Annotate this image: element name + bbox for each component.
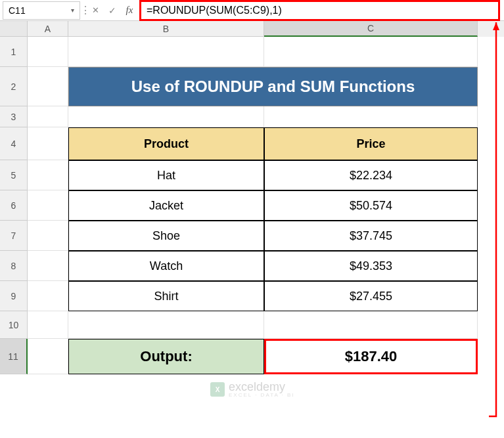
cell-text: $50.574 — [350, 199, 392, 213]
header-price[interactable]: Price — [264, 127, 478, 160]
formula-input[interactable] — [147, 5, 493, 16]
name-box-value: C11 — [9, 5, 26, 16]
table-row: Output: $187.40 — [28, 339, 504, 374]
row-header-5[interactable]: 5 — [0, 160, 28, 190]
col-header-C[interactable]: C — [264, 21, 478, 37]
cell-text: Shoe — [152, 229, 180, 243]
row-header-3[interactable]: 3 — [0, 106, 28, 127]
cell-C3[interactable] — [264, 106, 478, 127]
cells-area: Use of ROUNDUP and SUM Functions Product… — [28, 37, 504, 374]
row-header-6[interactable]: 6 — [0, 190, 28, 221]
table-row — [28, 37, 504, 67]
table-row: Shirt $27.455 — [28, 281, 504, 311]
output-highlight: $187.40 — [264, 339, 478, 374]
cell-price[interactable]: $27.455 — [264, 281, 478, 311]
row-headers: 1 2 3 4 5 6 7 8 9 10 11 — [0, 37, 28, 374]
table-row — [28, 106, 504, 127]
cell-text: Hat — [157, 169, 175, 183]
cell-product[interactable]: Shirt — [68, 281, 264, 311]
cell-A10[interactable] — [28, 311, 68, 339]
cell-A2[interactable] — [28, 67, 68, 106]
cell-C10[interactable] — [264, 311, 478, 339]
col-header-A[interactable]: A — [28, 21, 68, 37]
watermark-tag: EXCEL · DATA · BI — [229, 393, 295, 398]
cell-A8[interactable] — [28, 251, 68, 281]
output-label-text: Output: — [140, 348, 192, 365]
enter-icon[interactable]: ✓ — [104, 1, 121, 20]
cell-text: Jacket — [149, 199, 183, 213]
watermark-brand: exceldemy — [229, 381, 295, 393]
table-row — [28, 311, 504, 339]
cell-price[interactable]: $49.353 — [264, 251, 478, 281]
cell-B3[interactable] — [68, 106, 264, 127]
chevron-down-icon[interactable]: ▾ — [71, 7, 74, 14]
row-header-11[interactable]: 11 — [0, 339, 28, 374]
cell-product[interactable]: Shoe — [68, 221, 264, 251]
cell-text: Shirt — [154, 290, 178, 303]
cell-A1[interactable] — [28, 37, 68, 67]
cell-B10[interactable] — [68, 311, 264, 339]
cell-A11[interactable] — [28, 339, 68, 374]
cell-A7[interactable] — [28, 221, 68, 251]
table-row: Jacket $50.574 — [28, 190, 504, 221]
cell-A3[interactable] — [28, 106, 68, 127]
output-value-cell[interactable]: $187.40 — [345, 348, 398, 365]
cell-product[interactable]: Jacket — [68, 190, 264, 221]
cell-price[interactable]: $37.745 — [264, 221, 478, 251]
cell-A4[interactable] — [28, 127, 68, 160]
table-row: Shoe $37.745 — [28, 221, 504, 251]
cell-text: $49.353 — [350, 259, 392, 273]
watermark: X exceldemy EXCEL · DATA · BI — [210, 381, 295, 398]
select-all-corner[interactable] — [0, 21, 28, 37]
divider: ⋮ — [80, 4, 87, 16]
table-row: Use of ROUNDUP and SUM Functions — [28, 67, 504, 106]
grid: 1 2 3 4 5 6 7 8 9 10 11 Use of ROUNDUP a… — [0, 37, 504, 374]
row-header-8[interactable]: 8 — [0, 251, 28, 281]
row-header-10[interactable]: 10 — [0, 311, 28, 339]
cell-text: Watch — [150, 259, 183, 273]
title-cell[interactable]: Use of ROUNDUP and SUM Functions — [68, 67, 478, 106]
name-box[interactable]: C11 ▾ — [3, 1, 80, 20]
row-header-9[interactable]: 9 — [0, 281, 28, 311]
title-text: Use of ROUNDUP and SUM Functions — [131, 77, 415, 96]
row-header-2[interactable]: 2 — [0, 67, 28, 106]
header-price-text: Price — [356, 137, 385, 151]
table-row: Hat $22.234 — [28, 160, 504, 190]
cell-product[interactable]: Watch — [68, 251, 264, 281]
row-header-1[interactable]: 1 — [0, 37, 28, 67]
cell-price[interactable]: $50.574 — [264, 190, 478, 221]
table-row: Watch $49.353 — [28, 251, 504, 281]
cancel-icon[interactable]: ✕ — [87, 1, 104, 20]
cell-A9[interactable] — [28, 281, 68, 311]
output-label-cell[interactable]: Output: — [68, 339, 264, 374]
table-row: Product Price — [28, 127, 504, 160]
formula-bar: C11 ▾ ⋮ ✕ ✓ fx — [0, 0, 504, 21]
row-header-7[interactable]: 7 — [0, 221, 28, 251]
cell-A5[interactable] — [28, 160, 68, 190]
cell-product[interactable]: Hat — [68, 160, 264, 190]
cell-text: $22.234 — [350, 169, 392, 183]
cell-price[interactable]: $22.234 — [264, 160, 478, 190]
cell-C1[interactable] — [264, 37, 478, 67]
fx-icon[interactable]: fx — [121, 1, 138, 20]
cell-text: $27.455 — [350, 290, 392, 303]
row-header-4[interactable]: 4 — [0, 127, 28, 160]
header-product-text: Product — [144, 137, 189, 151]
formula-highlight — [139, 0, 500, 21]
cell-B1[interactable] — [68, 37, 264, 67]
cell-text: $37.745 — [350, 229, 392, 243]
header-product[interactable]: Product — [68, 127, 264, 160]
col-header-B[interactable]: B — [68, 21, 264, 37]
excel-icon: X — [210, 382, 225, 397]
output-value-text: $187.40 — [345, 348, 398, 364]
cell-A6[interactable] — [28, 190, 68, 221]
column-header-row: A B C — [0, 21, 504, 37]
